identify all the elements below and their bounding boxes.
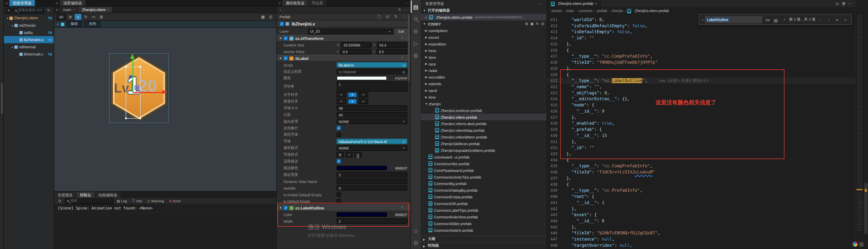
panel-menu-icon[interactable]: ≡ [277,0,283,6]
console-clear-icon[interactable]: ⊘ [57,199,63,203]
explorer-item-CommonBg.prefab[interactable]: CommonBg.prefab [421,180,547,187]
move-tool-icon[interactable]: + [75,14,81,20]
explorer-item-ZhenjinLvItemLabel.prefab[interactable]: ZhenjinLvItemLabel.prefab [421,120,547,127]
rect-tool-icon[interactable]: ▭ [90,14,97,20]
dock-scrollbar-thumb[interactable] [1,83,3,114]
explorer-item-ZhenjinLvWorldItem.prefab[interactable]: ZhenjinLvWorldItem.prefab [421,134,547,140]
hierarchy-node-lbZhenjinLv[interactable]: lbZhenjinLvTS [4,36,54,43]
outline-color-swatch[interactable] [337,212,387,217]
prefab-more-icon[interactable]: ⋮ [401,15,408,19]
chevron-right-icon[interactable]: ▶ [424,56,428,59]
explorer-item-ZhenjinLevelIcon.prefab[interactable]: ZhenjinLevelIcon.prefab [421,107,547,114]
asset-field-11[interactable]: AlibabaPuHuiTi-2-115-Black.ttf⊙ [337,139,407,144]
gizmo-plane-handle[interactable] [134,85,139,90]
workspace-header[interactable]: ▼ CODEY ⊞ ▣ ↻ ⊟ [421,21,547,27]
help-icon[interactable]: ? [401,206,403,210]
explorer-item-recruitBtn[interactable]: ▶recruitBtn [421,74,547,80]
inspector-scrollbar[interactable] [408,15,410,81]
match-case-toggle[interactable]: Aa [764,16,771,23]
field-6[interactable]: 36 [337,105,407,110]
tab-console[interactable]: 控制台 [76,192,95,198]
color-swatch[interactable] [337,76,387,80]
close-icon[interactable]: × [595,2,597,5]
code-line-434[interactable]: 434 { [547,157,855,163]
chevron-right-icon[interactable]: ▶ [424,75,428,79]
prefab-reset-icon[interactable]: ↻ [393,15,399,19]
explorer-item-CommonDialogBg.prefab[interactable]: CommonDialogBg.prefab [421,187,547,193]
outline-section[interactable]: ▶ 大纲 [421,236,547,242]
asset-picker-icon[interactable]: ⊙ [402,63,405,67]
refresh-icon[interactable]: ↻ [536,22,539,26]
breadcrumbs[interactable]: assets›main›common›prefab›zhenjin›Zhenji… [547,7,855,15]
code-line-439[interactable]: 439 "__type__": "cc.PrefabInfo", [547,187,855,193]
breadcrumb-item[interactable]: assets [551,9,562,13]
open-editor-item[interactable]: × ZhenjinLvItem.prefab assets\main\commo… [421,14,547,21]
filter-info-toggle[interactable]: ⓘInfo [130,198,144,203]
asset-picker-icon[interactable]: ⊙ [402,139,405,143]
code-line-422[interactable]: 422 "_name": "", [547,84,855,90]
hierarchy-search-input[interactable]: 搜索名称或 UUID [13,7,44,13]
align-left-button[interactable]: ≡ [337,99,346,104]
code-line-448[interactable]: 448 "targetOverrides": null, [547,242,855,248]
breadcrumb-item[interactable]: main [566,9,574,13]
outline-width-input[interactable]: 2 [337,218,407,224]
checkbox-9[interactable]: ✓ [337,126,341,130]
settings-gear-icon[interactable]: ⚙ [411,237,421,249]
explorer-item-CommonGift.prefab[interactable]: CommonGift.prefab [421,200,547,207]
chevron-right-icon[interactable]: ▶ [424,95,428,99]
explorer-item-ZhenjinUpgradeGridItem.prefab[interactable]: ZhenjinUpgradeGridItem.prefab [421,147,547,154]
code-line-420[interactable]: 420 { [547,72,855,78]
component-menu-icon[interactable]: ⋮ [405,36,408,40]
code-line-415[interactable]: 415 }, [547,41,855,47]
tab-asset-preview[interactable]: 资源预览 [54,192,76,198]
overview-ruler[interactable] [864,0,868,249]
layer-edit-button[interactable]: Edit [395,29,408,34]
color-swatch[interactable] [337,166,387,170]
component-menu-icon[interactable]: ⋮ [405,206,408,210]
breadcrumb-item[interactable]: prefab [597,9,607,13]
code-line-440[interactable]: 440 "root": { [547,193,855,200]
code-line-423[interactable]: 423 "_objFlags": 0, [547,90,855,96]
find-in-selection-icon[interactable]: ≡ [834,16,840,23]
string-textarea[interactable]: 1 [337,81,407,91]
content-size-w-input[interactable]: 25.635986 [341,42,372,47]
explorer-item-escort[interactable]: ▶escort [421,34,547,40]
breadcrumb-item[interactable]: common [579,9,593,13]
whole-word-toggle[interactable]: ab [773,16,779,23]
close-icon[interactable]: × [842,16,849,23]
align-left-button[interactable]: ≡ [337,92,346,98]
asset-picker-icon[interactable]: ⊙ [402,70,405,74]
explorer-item-ZhenjinSkillIcon.prefab[interactable]: ZhenjinSkillIcon.prefab [421,140,547,147]
refresh-icon[interactable]: ↻ [45,8,52,12]
close-icon[interactable]: × [425,15,427,19]
search-icon[interactable] [411,13,421,25]
scene-tab-zhenjinlvitem[interactable]: ZhenjinLvItem× [79,7,113,13]
code-line-447[interactable]: 447 "instance": null, [547,236,855,242]
back-arrow-icon[interactable]: ‹ [57,22,59,26]
hierarchy-node-ZhenjinLvItem[interactable]: ▾ZhenjinLvItemTS [4,15,54,22]
align-right-button[interactable]: ≡ [359,92,368,98]
nav-forward-icon[interactable]: › [283,8,284,11]
select-12[interactable]: NONE▼ [337,145,407,150]
code-line-430[interactable]: 430 "__id__": 15 [547,133,855,139]
filter-warning-toggle[interactable]: ⚠Warning [146,199,166,203]
code-line-438[interactable]: 438 { [547,181,855,187]
explorer-item-zhenjin[interactable]: ▼zhenjin [421,100,547,107]
chevron-right-icon[interactable]: ▶ [424,42,428,46]
code-line-421[interactable]: 421 "__type__": "cc.LabelOutline",You, 3… [547,78,855,84]
component-enabled-checkbox[interactable]: ✓ [284,205,288,210]
checkbox-14[interactable]: ✓ [337,159,341,163]
find-expand-icon[interactable]: › [702,18,703,21]
tab-node-library[interactable]: 节点库 [308,0,327,6]
explorer-item-CommonSwitch.prefab[interactable]: CommonSwitch.prefab [421,227,547,233]
tab-inspector[interactable]: 属性检查器 [282,0,308,6]
gizmo-y-arrowhead[interactable] [130,54,134,59]
chevron-right-icon[interactable]: ▶ [424,68,428,72]
node-active-checkbox[interactable]: ✓ [279,22,284,26]
doc-tabs-menu-icon[interactable]: ≡ [54,7,60,13]
source-control-icon[interactable]: ⊚ [411,25,421,37]
more-actions-icon[interactable]: ⋯ [848,1,852,6]
code-line-419[interactable]: 419 }, [547,65,855,72]
chevron-right-icon[interactable]: ▶ [424,82,428,85]
expand-arrow-icon[interactable]: ▾ [6,17,9,20]
